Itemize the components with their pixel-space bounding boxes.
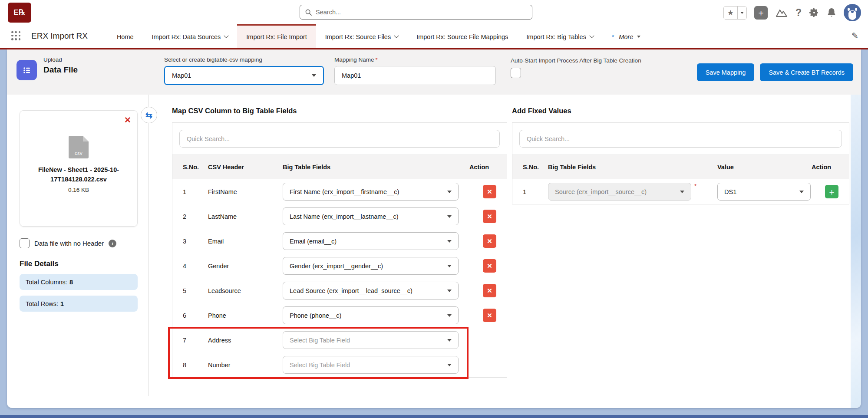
chevron-down-icon bbox=[447, 314, 452, 317]
app-logo-text: E℞ bbox=[13, 8, 26, 17]
chevron-down-icon bbox=[447, 240, 452, 243]
swap-mapping-button[interactable]: ⇆ bbox=[141, 107, 157, 123]
fixed-values-table-header: S.No. Big Table Fields Value Action bbox=[512, 155, 849, 179]
dropdown-triangle-icon[interactable] bbox=[637, 36, 640, 38]
add-fixed-value-button[interactable]: ＋ bbox=[825, 185, 838, 198]
nav-tab-home[interactable]: Home bbox=[108, 24, 143, 48]
nav-tab-import-rx-data-sources[interactable]: Import Rx: Data Sources bbox=[143, 24, 238, 48]
fixed-values-table: S.No. Big Table Fields Value Action 1 So… bbox=[512, 122, 849, 204]
chevron-down-icon[interactable] bbox=[394, 33, 399, 38]
big-table-field-select[interactable]: Last Name (erx_import__lastname__c) bbox=[283, 207, 459, 225]
favorites-star-button[interactable]: ★ bbox=[724, 7, 737, 19]
nav-tab-more[interactable]: * More bbox=[603, 24, 650, 48]
total-columns-pill[interactable]: Total Columns: 8 bbox=[20, 274, 138, 290]
fixed-values-panel: Add Fixed Values S.No. Big Table Fields … bbox=[505, 95, 861, 408]
remove-mapping-button[interactable]: ✕ bbox=[483, 259, 496, 273]
chevron-down-icon[interactable] bbox=[224, 33, 229, 38]
big-table-field-select[interactable]: Select Big Table Field bbox=[283, 356, 459, 374]
app-launcher-icon[interactable] bbox=[11, 31, 21, 41]
mapping-table-row: 3 Email Email (email__c) ✕ bbox=[172, 229, 507, 253]
nav-tab-import-rx-source-files[interactable]: Import Rx: Source Files bbox=[316, 24, 408, 48]
big-table-field-select[interactable]: Lead Source (erx_import__lead_source__c) bbox=[283, 282, 459, 300]
page-content: ⇆ ✕ csv FileNew - Sheet1 - 2025-10-17T18… bbox=[7, 95, 861, 408]
big-table-field-select[interactable]: Phone (phone__c) bbox=[283, 306, 459, 324]
trailhead-button[interactable] bbox=[775, 7, 788, 18]
info-icon[interactable]: i bbox=[109, 240, 116, 247]
no-header-checkbox[interactable] bbox=[20, 238, 30, 248]
page-eyebrow: Upload bbox=[43, 56, 78, 63]
save-mapping-button[interactable]: Save Mapping bbox=[697, 63, 755, 81]
search-box[interactable] bbox=[300, 5, 532, 20]
remove-mapping-button[interactable]: ✕ bbox=[483, 210, 496, 223]
remove-mapping-button[interactable]: ✕ bbox=[483, 284, 496, 297]
mapping-quick-search-input[interactable] bbox=[179, 130, 500, 148]
remove-mapping-button[interactable]: ✕ bbox=[483, 185, 496, 198]
row-number: 6 bbox=[183, 312, 208, 319]
favorites-dropdown-button[interactable] bbox=[737, 7, 746, 19]
chevron-down-icon bbox=[740, 12, 744, 14]
mapping-section-title: Map CSV Column to Big Table Fields bbox=[172, 107, 505, 115]
chevron-down-icon bbox=[447, 265, 452, 267]
big-table-field-select[interactable]: Select Big Table Field bbox=[283, 331, 459, 349]
fixed-value-select[interactable]: DS1 bbox=[717, 183, 811, 201]
list-icon bbox=[21, 65, 33, 76]
chevron-down-icon bbox=[680, 191, 684, 193]
total-rows-pill[interactable]: Total Rows: 1 bbox=[20, 296, 138, 312]
row-number: 2 bbox=[183, 213, 208, 220]
search-input[interactable] bbox=[316, 9, 527, 16]
mapping-table-row: 5 Leadsource Lead Source (erx_import__le… bbox=[172, 278, 507, 303]
big-table-field-select[interactable]: Gender (erx_import__gender__c) bbox=[283, 257, 459, 275]
nav-tab-label: More bbox=[619, 33, 633, 40]
auto-start-label: Auto-Start Import Process After Big Tabl… bbox=[511, 57, 641, 64]
big-table-field-select[interactable]: First Name (erx_import__firstname__c) bbox=[283, 183, 459, 201]
chevron-down-icon[interactable] bbox=[589, 33, 594, 38]
fixed-values-quick-search-input[interactable] bbox=[519, 130, 842, 148]
nav-tab-label: Import Rx: Source File Mappings bbox=[416, 33, 508, 40]
remove-file-button[interactable]: ✕ bbox=[124, 116, 131, 124]
save-create-bt-records-button[interactable]: Save & Create BT Records bbox=[760, 63, 853, 81]
row-number: 1 bbox=[183, 188, 208, 195]
remove-mapping-button[interactable]: ✕ bbox=[483, 309, 496, 322]
row-number: 3 bbox=[183, 238, 208, 245]
mapping-name-input[interactable] bbox=[334, 66, 496, 85]
mapping-select-combobox[interactable]: Map01 bbox=[164, 66, 324, 85]
csv-header-cell: Address bbox=[208, 337, 283, 344]
big-table-field-value: Select Big Table Field bbox=[290, 337, 354, 344]
upload-entity-icon bbox=[17, 60, 37, 80]
col-value: Value bbox=[717, 164, 812, 171]
setup-button[interactable] bbox=[809, 7, 819, 18]
mapping-table-header: S.No. CSV Header Big Table Fields Action bbox=[172, 155, 507, 179]
close-icon: ✕ bbox=[124, 115, 131, 125]
nav-tab-label: Import Rx: Big Tables bbox=[526, 33, 586, 40]
mapping-table-body: 1 FirstName First Name (erx_import__firs… bbox=[172, 179, 507, 377]
required-asterisk: * bbox=[694, 183, 696, 189]
auto-start-checkbox[interactable] bbox=[511, 68, 521, 78]
file-size: 0.16 KB bbox=[28, 187, 129, 193]
nav-tab-import-rx-file-import[interactable]: Import Rx: File Import bbox=[237, 24, 316, 48]
big-table-field-select[interactable]: Email (email__c) bbox=[283, 232, 459, 250]
help-button[interactable]: ? bbox=[795, 8, 802, 18]
csv-header-cell: Email bbox=[208, 238, 283, 245]
required-asterisk: * bbox=[376, 56, 378, 63]
csv-header-cell: Gender bbox=[208, 263, 283, 270]
notifications-button[interactable] bbox=[827, 7, 836, 18]
mapping-table-row: 1 FirstName First Name (erx_import__firs… bbox=[172, 179, 507, 204]
gear-icon bbox=[809, 7, 819, 18]
utility-icons: ★ ＋ ? bbox=[723, 4, 861, 21]
chevron-down-icon bbox=[447, 290, 452, 292]
top-chrome: E℞ ★ ＋ ? bbox=[0, 0, 868, 49]
csv-file-icon: csv bbox=[69, 136, 89, 158]
app-logo[interactable]: E℞ bbox=[8, 3, 31, 23]
remove-mapping-button[interactable]: ✕ bbox=[483, 234, 496, 248]
mapping-table-row: 7 Address Select Big Table Field bbox=[172, 328, 507, 352]
user-avatar[interactable] bbox=[844, 4, 861, 21]
uploaded-file-card: ✕ csv FileNew - Sheet1 - 2025-10-17T1841… bbox=[20, 110, 138, 227]
chevron-down-icon bbox=[447, 215, 452, 218]
mapping-table-row: 6 Phone Phone (phone__c) ✕ bbox=[172, 303, 507, 328]
global-actions-button[interactable]: ＋ bbox=[754, 6, 768, 20]
edit-nav-pencil-icon[interactable]: ✎ bbox=[851, 31, 858, 41]
nav-tab-import-rx-big-tables[interactable]: Import Rx: Big Tables bbox=[517, 24, 603, 48]
nav-tab-import-rx-source-file-mappings[interactable]: Import Rx: Source File Mappings bbox=[407, 24, 517, 48]
nav-tabs: Home Import Rx: Data Sources Import Rx: … bbox=[108, 24, 650, 48]
plus-icon: ＋ bbox=[756, 7, 765, 19]
